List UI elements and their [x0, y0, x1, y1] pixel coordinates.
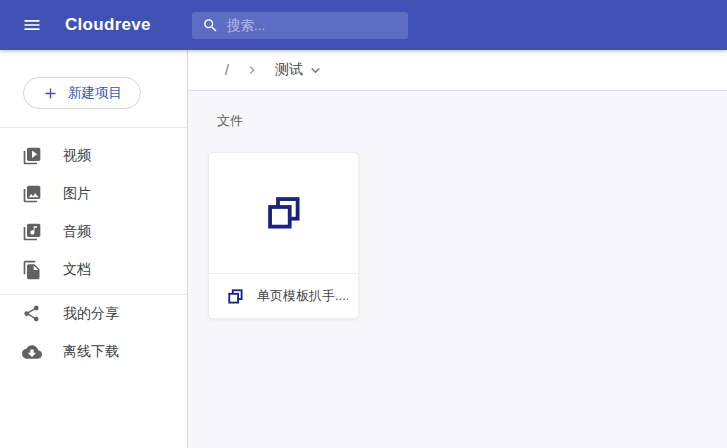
app-title: Cloudreve	[65, 15, 151, 35]
sidebar-item-my-shares[interactable]: 我的分享	[0, 295, 187, 333]
sidebar-item-videos[interactable]: 视频	[0, 137, 187, 175]
share-icon	[22, 304, 42, 324]
sidebar-item-label: 音频	[63, 223, 91, 241]
search-icon	[192, 17, 219, 34]
file-card-footer: 单页模板扒手....	[209, 274, 358, 318]
music-library-icon	[22, 222, 42, 242]
sidebar-item-pictures[interactable]: 图片	[0, 175, 187, 213]
photo-library-icon	[22, 184, 42, 204]
sidebar-item-label: 文档	[63, 261, 91, 279]
breadcrumb-current-folder[interactable]: 测试	[275, 61, 324, 79]
hamburger-menu-button[interactable]	[20, 13, 44, 37]
file-card[interactable]: 单页模板扒手....	[208, 152, 359, 319]
sidebar-item-label: 离线下载	[63, 343, 119, 361]
sidebar-item-label: 图片	[63, 185, 91, 203]
sidebar-item-documents[interactable]: 文档	[0, 251, 187, 289]
copy-file-icon	[227, 288, 244, 305]
plus-icon	[42, 85, 59, 102]
hamburger-icon	[22, 15, 42, 35]
search-box[interactable]	[192, 12, 408, 39]
breadcrumb: / 测试	[188, 50, 727, 91]
file-name: 单页模板扒手....	[257, 287, 348, 305]
app-bar: Cloudreve	[0, 0, 727, 50]
cloud-download-icon	[22, 342, 42, 362]
documents-icon	[22, 260, 42, 280]
video-library-icon	[22, 146, 42, 166]
new-item-button[interactable]: 新建项目	[23, 77, 141, 109]
breadcrumb-current-label: 测试	[275, 61, 303, 79]
chevron-down-icon	[307, 62, 324, 79]
search-input[interactable]	[227, 18, 397, 33]
chevron-right-icon	[244, 62, 260, 78]
file-browser-content: 文件 单页模板扒手....	[188, 91, 727, 448]
sidebar-item-offline-download[interactable]: 离线下载	[0, 333, 187, 371]
sidebar-item-audio[interactable]: 音频	[0, 213, 187, 251]
sidebar-nav-secondary: 我的分享 离线下载	[0, 295, 187, 371]
sidebar: 新建项目 视频 图片 音频 文档	[0, 50, 188, 448]
sidebar-nav-main: 视频 图片 音频 文档	[0, 128, 187, 289]
sidebar-item-label: 视频	[63, 147, 91, 165]
new-item-button-label: 新建项目	[68, 84, 122, 102]
file-card-preview	[209, 153, 358, 273]
breadcrumb-root-link[interactable]: /	[225, 62, 229, 78]
main-area: / 测试 文件	[188, 50, 727, 448]
files-section-label: 文件	[217, 112, 727, 130]
copy-file-icon	[265, 194, 303, 232]
sidebar-item-label: 我的分享	[63, 305, 119, 323]
